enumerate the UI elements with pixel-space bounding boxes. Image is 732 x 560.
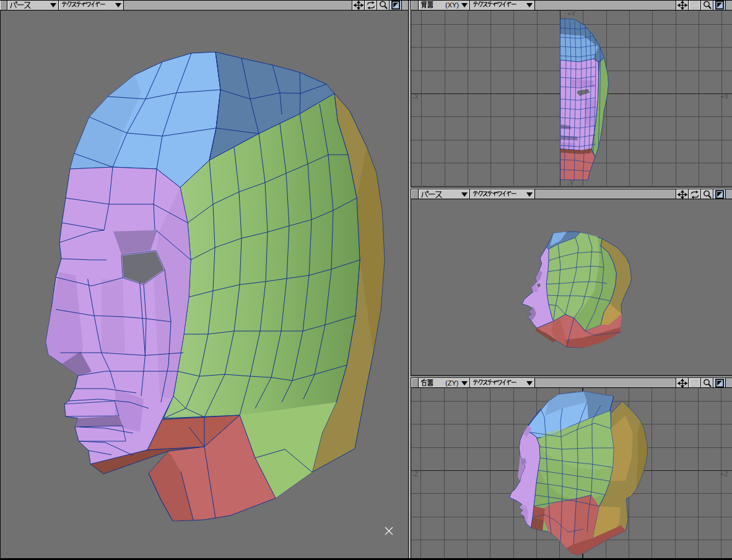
svg-text:(XY): (XY) [445, 1, 459, 9]
svg-text:(ZY): (ZY) [445, 379, 458, 387]
